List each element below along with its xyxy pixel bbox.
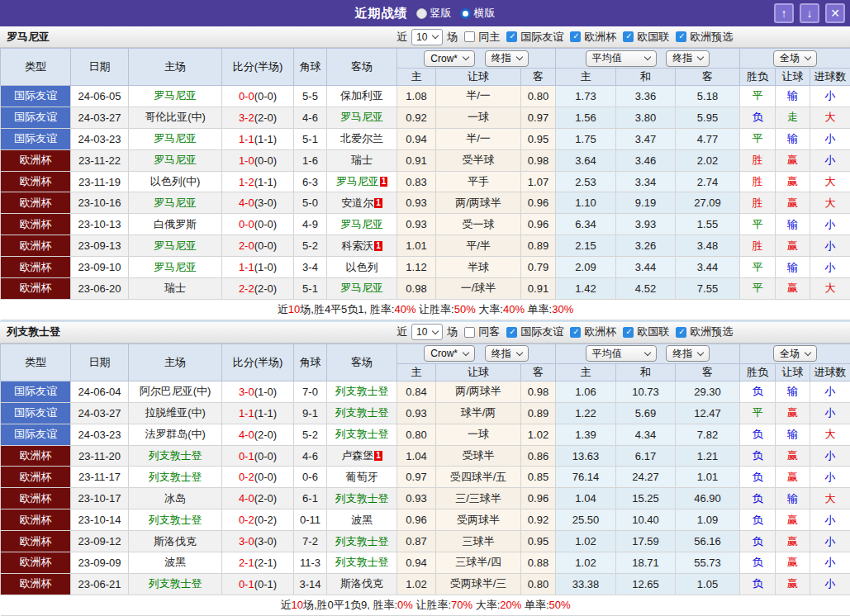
- crow-handicap: 两/两球半: [436, 381, 521, 402]
- avg-terminal-select[interactable]: 终指: [666, 345, 710, 362]
- league-checkbox-1[interactable]: [570, 327, 581, 338]
- halftime-score: (0-0): [254, 450, 277, 462]
- crow-handicap: 半球: [436, 257, 521, 278]
- col-type: 类型: [1, 344, 71, 381]
- summary-text-part: 场,胜4平5负1, 胜率:: [300, 303, 394, 315]
- home-team-name: 列支敦士登: [149, 471, 202, 483]
- summary-text-part: 0%: [397, 599, 413, 611]
- same-venue-checkbox[interactable]: [464, 327, 475, 338]
- match-type-badge: 欧洲杯: [1, 445, 71, 467]
- corner-stat: 5-2: [294, 424, 327, 445]
- recent-results-window: 近期战绩 竖版 横版 ↑ ↓ ✕ 罗马尼亚 近10场同主国际友谊欧洲杯欧国联欧洲…: [0, 0, 850, 616]
- league-label-1: 欧洲杯: [584, 325, 616, 339]
- league-checkbox-0[interactable]: [506, 31, 517, 42]
- score: 0-2(0-0): [222, 467, 294, 488]
- match-type-badge: 国际友谊: [1, 128, 71, 149]
- corner-stat: 4-9: [294, 214, 327, 235]
- fulltime-score: 3-2: [239, 111, 254, 124]
- match-date: 24-03-23: [71, 128, 129, 149]
- matches-label: 场: [447, 325, 458, 339]
- summary-text-part: 30%: [552, 303, 573, 315]
- col-goals-result: 进球数: [810, 69, 850, 86]
- col-corner: 角球: [294, 49, 327, 86]
- move-up-button[interactable]: ↑: [774, 3, 794, 23]
- match-row: 欧洲杯23-09-10罗马尼亚1-1(1-0)3-4以色列1.12半球0.792…: [1, 257, 850, 278]
- result-handicap: 赢: [776, 278, 810, 300]
- crow-away-odds: 0.80: [521, 86, 556, 107]
- league-checkbox-0[interactable]: [506, 327, 517, 338]
- away-team-name: 罗马尼亚: [340, 282, 383, 294]
- league-checkbox-1[interactable]: [570, 31, 581, 42]
- crow-terminal-select[interactable]: 终指: [485, 50, 529, 67]
- crow-home-odds: 0.93: [397, 192, 436, 214]
- away-team: 卢森堡1: [327, 445, 397, 467]
- chevron-down-icon: [463, 349, 469, 356]
- home-team-name: 阿尔巴尼亚(中): [140, 385, 211, 397]
- corner-stat: 7-0: [294, 381, 327, 402]
- crow-handicap: 平/半: [436, 235, 521, 257]
- move-down-button[interactable]: ↓: [800, 3, 819, 23]
- avg-home-odds: 1.02: [556, 531, 616, 552]
- close-button[interactable]: ✕: [825, 3, 845, 23]
- crow-home-odds: 0.97: [397, 467, 436, 488]
- avg-away-odds: 27.09: [676, 192, 740, 214]
- results-table: 类型 日期 主场 比分(半场) 角球 客场 Crow* 终指 平均值 终指: [0, 344, 850, 616]
- result-goals: 小: [810, 381, 850, 402]
- away-team-name: 列支敦士登: [335, 428, 389, 440]
- same-venue-checkbox[interactable]: [464, 31, 475, 42]
- avg-draw-odds: 9.19: [616, 192, 676, 214]
- match-type-badge: 国际友谊: [1, 424, 71, 445]
- avg-away-odds: 2.02: [676, 149, 740, 171]
- col-away: 客场: [327, 344, 397, 381]
- average-select[interactable]: 平均值: [586, 50, 657, 67]
- away-team: 罗马尼亚: [327, 214, 397, 235]
- company-select[interactable]: Crow*: [424, 50, 475, 67]
- average-select[interactable]: 平均值: [586, 345, 657, 362]
- home-team: 波黑: [129, 552, 222, 574]
- company-select[interactable]: Crow*: [424, 345, 475, 362]
- away-team-name: 以色列: [346, 261, 378, 273]
- avg-draw-odds: 3.47: [616, 128, 676, 149]
- crow-handicap: 受半球: [436, 149, 521, 171]
- scope-select[interactable]: 全场: [773, 50, 817, 67]
- col-winloss: 胜负: [740, 363, 776, 381]
- away-team: 列支敦士登: [327, 381, 397, 402]
- halftime-score: (2-0): [254, 492, 277, 505]
- away-team: 罗马尼亚: [327, 107, 397, 128]
- team-name: 列支敦士登: [7, 325, 60, 339]
- scope-select[interactable]: 全场: [773, 345, 817, 362]
- crow-away-odds: 0.89: [521, 235, 556, 257]
- match-date: 23-06-21: [71, 573, 129, 595]
- avg-home-odds: 33.38: [556, 573, 616, 595]
- result-handicap: 赢: [776, 509, 810, 531]
- crow-terminal-select[interactable]: 终指: [485, 345, 529, 362]
- horizontal-layout-radio[interactable]: 横版: [460, 6, 496, 21]
- crow-handicap: 受球半: [436, 445, 521, 467]
- rounds-select[interactable]: 10: [411, 29, 443, 45]
- league-checkbox-2[interactable]: [623, 31, 634, 42]
- league-label-0: 国际友谊: [520, 30, 563, 45]
- team-section: 列支敦士登 近10场同客国际友谊欧洲杯欧国联欧洲预选 类型 日期 主场 比分(半…: [0, 320, 850, 616]
- rounds-select[interactable]: 10: [411, 324, 443, 340]
- col-crow-home: 主: [397, 363, 436, 381]
- avg-away-odds: 12.47: [676, 402, 740, 424]
- crow-away-odds: 0.96: [521, 192, 556, 214]
- crow-away-odds: 0.89: [521, 402, 556, 424]
- avg-away-odds: 46.90: [676, 488, 740, 509]
- vertical-layout-radio[interactable]: 竖版: [416, 6, 452, 21]
- avg-terminal-select[interactable]: 终指: [666, 50, 710, 67]
- result-handicap: 赢: [776, 445, 810, 467]
- col-corner: 角球: [294, 344, 327, 381]
- league-checkbox-3[interactable]: [676, 327, 686, 338]
- score: 0-0(0-0): [222, 86, 294, 107]
- score: 1-1(1-1): [222, 402, 294, 424]
- col-score: 比分(半场): [222, 344, 294, 381]
- league-checkbox-3[interactable]: [676, 31, 686, 42]
- crow-handicap: 一球: [436, 424, 521, 445]
- halftime-score: (3-0): [254, 197, 277, 209]
- result-winloss: 负: [740, 107, 776, 128]
- summary-text-part: 近: [280, 599, 291, 611]
- league-checkbox-2[interactable]: [623, 327, 634, 338]
- chevron-down-icon: [697, 349, 704, 356]
- match-type-badge: 欧洲杯: [1, 235, 71, 257]
